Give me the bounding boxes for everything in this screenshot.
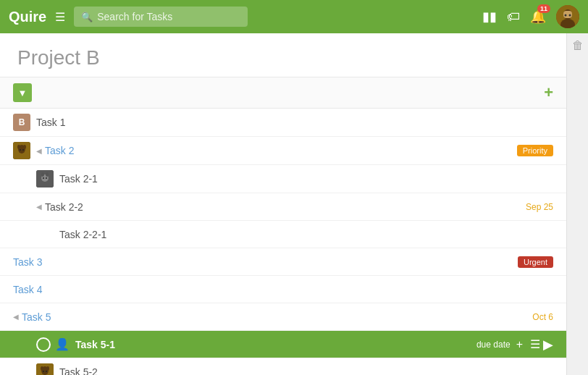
task-avatar: B bbox=[13, 114, 30, 131]
add-task-button[interactable]: + bbox=[544, 83, 553, 102]
trash-icon[interactable]: 🗑 bbox=[572, 39, 584, 52]
row-actions: + ☰ bbox=[516, 337, 540, 351]
task-avatar bbox=[36, 363, 54, 375]
svg-point-4 bbox=[565, 14, 567, 17]
task-name: Task 2-2 bbox=[45, 201, 520, 213]
add-subtask-icon[interactable]: + bbox=[516, 338, 523, 351]
due-date-label: due date bbox=[476, 340, 511, 350]
search-bar[interactable]: 🔍 bbox=[74, 7, 248, 27]
svg-point-22 bbox=[43, 371, 44, 372]
task-row[interactable]: B Task 1 bbox=[0, 109, 566, 137]
svg-point-14 bbox=[41, 172, 44, 177]
task-list: B Task 1 bbox=[0, 109, 566, 375]
svg-point-10 bbox=[20, 149, 21, 151]
svg-point-11 bbox=[22, 149, 24, 151]
svg-point-21 bbox=[46, 366, 49, 371]
avatar-image bbox=[36, 170, 54, 188]
task-name: Task 5-2 bbox=[59, 366, 553, 375]
task-row[interactable]: ◀ Task 2 Priority bbox=[0, 137, 566, 165]
svg-point-23 bbox=[46, 371, 47, 372]
task-row[interactable]: Task 2-1 bbox=[0, 165, 566, 193]
date-label: Oct 6 bbox=[532, 312, 553, 322]
task-toolbar: ▼ + bbox=[0, 77, 566, 109]
task-row[interactable]: ◀ Task 2-2 Sep 25 bbox=[0, 193, 566, 221]
task-complete-icon[interactable] bbox=[36, 337, 51, 352]
svg-point-20 bbox=[41, 366, 43, 371]
avatar-image bbox=[13, 142, 30, 159]
logo-text: Quire bbox=[9, 9, 46, 25]
app-logo: Quire bbox=[9, 9, 46, 25]
notification-icon[interactable]: 🔔 11 bbox=[530, 9, 546, 25]
expand-icon[interactable]: ◀ bbox=[13, 313, 19, 321]
search-icon: 🔍 bbox=[81, 12, 93, 22]
project-title: Project B bbox=[17, 46, 549, 69]
task-name: Task 5-1 bbox=[75, 339, 471, 350]
task-row[interactable]: Task 2-2-1 bbox=[0, 221, 566, 248]
search-input[interactable] bbox=[97, 11, 240, 22]
svg-point-5 bbox=[569, 14, 571, 17]
date-label: Sep 25 bbox=[526, 202, 553, 212]
tag-icon[interactable]: 🏷 bbox=[507, 9, 520, 25]
user-avatar[interactable] bbox=[556, 5, 579, 28]
person-assign-icon[interactable]: 👤 bbox=[55, 337, 70, 351]
expand-icon[interactable]: ◀ bbox=[36, 147, 42, 155]
avatar-image bbox=[36, 363, 54, 375]
task-name: Task 3 bbox=[13, 256, 512, 268]
task-row[interactable]: ◀ Task 5 Oct 6 bbox=[0, 303, 566, 331]
main-content: Project B ▼ + B Task 1 bbox=[0, 33, 566, 375]
task-row[interactable]: Task 3 Urgent bbox=[0, 248, 566, 276]
task-row[interactable]: Task 4 bbox=[0, 276, 566, 303]
task-name: Task 1 bbox=[36, 117, 553, 128]
layout-icon[interactable]: ▮▮ bbox=[482, 9, 497, 25]
task-name: Task 4 bbox=[13, 284, 553, 295]
right-sidebar: 🗑 bbox=[566, 33, 588, 375]
task-name: Task 5 bbox=[22, 311, 526, 323]
svg-point-9 bbox=[23, 145, 26, 149]
urgent-tag: Urgent bbox=[518, 256, 553, 268]
row-expand-arrow[interactable]: ▶ bbox=[543, 337, 553, 353]
task-name: Task 2-1 bbox=[59, 173, 553, 185]
svg-rect-3 bbox=[563, 11, 572, 18]
expand-icon[interactable]: ◀ bbox=[36, 203, 42, 211]
task-avatar bbox=[13, 142, 30, 159]
app-header: Quire ☰ 🔍 ▮▮ 🏷 🔔 11 bbox=[0, 0, 588, 33]
svg-point-15 bbox=[46, 172, 49, 177]
notification-badge: 11 bbox=[537, 4, 550, 13]
avatar-image bbox=[556, 5, 579, 28]
task-name: Task 2-2-1 bbox=[59, 229, 553, 240]
filter-button[interactable]: ▼ bbox=[13, 83, 32, 102]
task-row-selected[interactable]: 👤 Task 5-1 due date + ☰ ▶ bbox=[0, 331, 566, 358]
task-avatar bbox=[36, 170, 54, 188]
svg-point-8 bbox=[17, 145, 20, 149]
task-row[interactable]: Task 5-2 bbox=[0, 358, 566, 375]
svg-point-17 bbox=[46, 177, 47, 179]
main-layout: Project B ▼ + B Task 1 bbox=[0, 33, 588, 375]
task-name: Task 2 bbox=[45, 145, 511, 156]
project-header: Project B bbox=[0, 33, 566, 77]
header-icons: ▮▮ 🏷 🔔 11 bbox=[482, 5, 579, 28]
options-icon[interactable]: ☰ bbox=[530, 337, 540, 351]
priority-tag: Priority bbox=[517, 145, 553, 156]
svg-point-16 bbox=[43, 177, 44, 179]
hamburger-icon[interactable]: ☰ bbox=[55, 10, 65, 24]
